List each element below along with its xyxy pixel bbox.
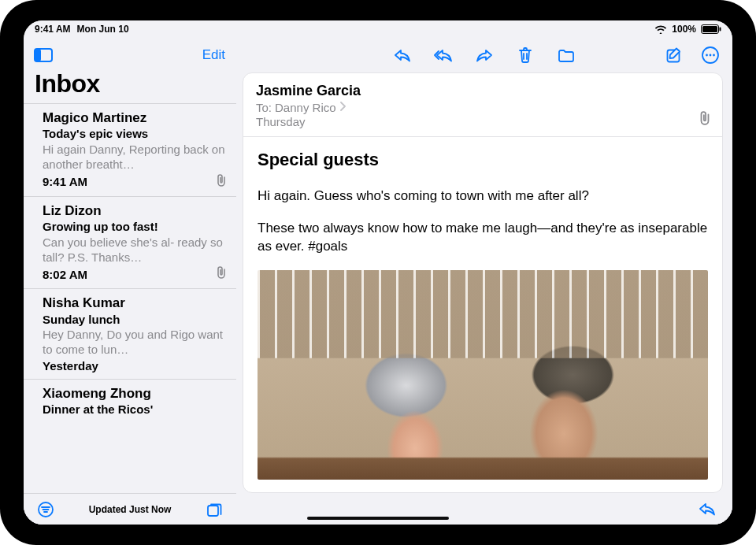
sidebar: Edit Inbox Magico Martinez Today's epic …	[24, 38, 236, 525]
message-sender: Nisha Kumar	[43, 295, 227, 311]
toolbar	[236, 38, 732, 72]
chevron-right-icon	[339, 102, 346, 113]
message-time: 9:41 AM	[43, 175, 87, 188]
message-sender: Xiaomeng Zhong	[43, 386, 227, 402]
to-name: Danny Rico	[275, 101, 336, 114]
battery-icon	[701, 24, 721, 34]
svg-rect-2	[720, 28, 721, 32]
reader-header[interactable]: Jasmine Garcia To: Danny Rico Thursday	[243, 73, 722, 137]
svg-point-9	[706, 54, 708, 57]
content-pane: Jasmine Garcia To: Danny Rico Thursday	[236, 38, 732, 525]
reader-body[interactable]: Special guests Hi again. Guess who's com…	[243, 137, 722, 492]
svg-point-11	[713, 54, 715, 57]
trash-button[interactable]	[514, 44, 536, 66]
to-label: To:	[256, 101, 272, 114]
sidebar-bottom-bar: Updated Just Now	[24, 493, 236, 525]
svg-rect-6	[208, 506, 218, 516]
inbox-title: Inbox	[24, 68, 236, 103]
sidebar-top: Edit	[24, 38, 236, 68]
paperclip-icon	[216, 174, 227, 190]
status-date: Mon Jun 10	[77, 24, 129, 35]
message-date: Thursday	[256, 115, 710, 128]
reader-subject: Special guests	[258, 150, 708, 170]
status-time: 9:41 AM	[35, 24, 71, 35]
from-name: Jasmine Garcia	[256, 83, 710, 99]
message-row[interactable]: Liz Dizon Growing up too fast! Can you b…	[24, 196, 236, 289]
attached-photo[interactable]	[258, 270, 708, 480]
message-preview: Can you believe she's al- ready so tall?…	[43, 235, 227, 265]
filter-button[interactable]	[35, 501, 57, 518]
message-list[interactable]: Magico Martinez Today's epic views Hi ag…	[24, 103, 236, 493]
message-preview: Hi again Danny, Reporting back on anothe…	[43, 143, 227, 172]
status-bar: 9:41 AM Mon Jun 10 100%	[24, 20, 732, 38]
message-row[interactable]: Nisha Kumar Sunday lunch Hey Danny, Do y…	[24, 288, 236, 379]
forward-button[interactable]	[473, 44, 495, 66]
paperclip-icon	[216, 266, 227, 282]
content-bottom-bar	[236, 493, 732, 525]
status-label: Updated Just Now	[57, 504, 203, 515]
reply-button[interactable]	[391, 44, 413, 66]
message-subject: Sunday lunch	[43, 313, 227, 328]
battery-percent: 100%	[672, 24, 696, 35]
message-row[interactable]: Xiaomeng Zhong Dinner at the Ricos'	[24, 379, 236, 424]
message-subject: Dinner at the Ricos'	[43, 402, 227, 417]
svg-rect-1	[702, 26, 717, 32]
paperclip-icon	[699, 111, 711, 128]
message-subject: Today's epic views	[43, 127, 227, 142]
reply-all-button[interactable]	[432, 44, 454, 66]
reader-paragraph: Hi again. Guess who's coming to town wit…	[258, 187, 708, 206]
svg-rect-4	[35, 49, 41, 61]
reader-card: Jasmine Garcia To: Danny Rico Thursday	[243, 72, 723, 493]
svg-point-10	[710, 54, 712, 57]
compose-button[interactable]	[663, 44, 685, 66]
reader-paragraph: These two always know how to make me lau…	[258, 220, 708, 256]
message-preview: Hey Danny, Do you and Rigo want to come …	[43, 328, 227, 358]
more-button[interactable]	[699, 44, 721, 66]
device-frame: 9:41 AM Mon Jun 10 100% E	[0, 0, 756, 545]
to-line[interactable]: To: Danny Rico	[256, 101, 710, 114]
wifi-icon	[654, 24, 667, 34]
screen: 9:41 AM Mon Jun 10 100% E	[24, 20, 732, 525]
message-sender: Magico Martinez	[43, 110, 227, 126]
message-sender: Liz Dizon	[43, 203, 227, 219]
home-indicator[interactable]	[307, 517, 449, 520]
message-row[interactable]: Magico Martinez Today's epic views Hi ag…	[24, 103, 236, 196]
message-time: 8:02 AM	[43, 268, 87, 281]
workspace: Edit Inbox Magico Martinez Today's epic …	[24, 38, 732, 525]
edit-button[interactable]: Edit	[202, 47, 225, 63]
sidebar-toggle-button[interactable]	[32, 46, 55, 65]
move-button[interactable]	[555, 44, 577, 66]
quick-reply-button[interactable]	[696, 498, 718, 520]
message-subject: Growing up too fast!	[43, 220, 227, 235]
message-time: Yesterday	[43, 359, 98, 373]
compose-stack-button[interactable]	[203, 501, 225, 518]
